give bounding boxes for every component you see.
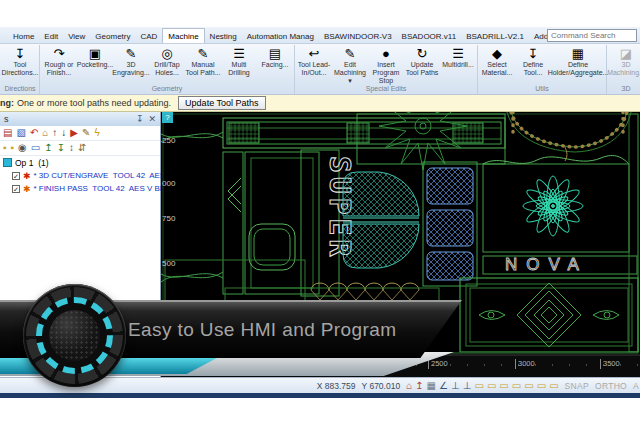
ribbon-button[interactable]: ● Insert Program Stop bbox=[368, 45, 404, 84]
status-toggle[interactable]: SNAP bbox=[565, 381, 589, 391]
status-icon[interactable]: ▭ bbox=[537, 380, 546, 392]
status-icon[interactable]: ▭ bbox=[524, 380, 533, 392]
ribbon-group-utils: ◆ Select Material... ↧ Define Tool... ▦ … bbox=[478, 45, 607, 94]
update-tool-paths-button[interactable]: Update Tool Paths bbox=[178, 96, 265, 110]
ribbon-button[interactable]: ↷ Rough or Finish... bbox=[41, 45, 77, 77]
tree-toolpath-item[interactable]: ✓ ✱ * 3D CUT/ENGRAVE TOOL 42 AES V BICAK bbox=[0, 169, 160, 182]
close-icon[interactable]: ✕ bbox=[148, 114, 156, 124]
toolpath-type-icon: ✱ bbox=[23, 184, 31, 194]
status-icon[interactable]: ∠ bbox=[439, 380, 448, 392]
ribbon-tab[interactable]: Geometry bbox=[90, 29, 135, 43]
ribbon-button[interactable]: ↻ Update Tool Paths bbox=[404, 45, 440, 77]
ribbon-button-label: 3D Machining... bbox=[607, 61, 640, 77]
ribbon-tab[interactable]: BSADRILL-V2.1 bbox=[461, 29, 529, 43]
ribbon-button[interactable]: ✎ Edit Machining ▾ bbox=[332, 45, 368, 84]
cursor-x-coordinate: X 883.759 bbox=[317, 381, 356, 391]
ribbon-tab[interactable]: View bbox=[63, 29, 90, 43]
status-icon[interactable]: ▭ bbox=[487, 380, 496, 392]
ribbon-button-icon: ☰ bbox=[452, 46, 464, 61]
ribbon-button[interactable]: ▣ Pocketing... bbox=[77, 45, 113, 69]
tree-toolbar-icon[interactable]: ▭ bbox=[31, 142, 40, 154]
tree-toolbar-icon[interactable]: ▪ bbox=[11, 142, 15, 154]
ribbon-button[interactable]: ◆ Select Material... bbox=[479, 45, 515, 77]
viewport-help-badge[interactable]: ? bbox=[162, 112, 173, 123]
tree-toolbar-icon[interactable]: ↑ bbox=[52, 127, 57, 139]
ribbon-button-label: Multidrill... bbox=[442, 61, 474, 69]
ribbon-button[interactable]: ☰ Multidrill... bbox=[440, 45, 476, 69]
status-icon[interactable]: ↥ bbox=[415, 380, 423, 392]
status-icon[interactable]: ⊥ bbox=[463, 380, 472, 392]
ribbon-button-icon: ▣ bbox=[89, 46, 101, 61]
ribbon-button-label: Tool Lead-In/Out... bbox=[296, 61, 332, 77]
screenshot-stage: Home Edit View Geometry CAD Machine Nest… bbox=[0, 0, 640, 427]
ribbon-button[interactable]: ↧ Define Tool... bbox=[515, 45, 551, 77]
toolpath-checkbox[interactable]: ✓ bbox=[12, 185, 20, 193]
tree-toolbar-icon[interactable]: ▧ bbox=[16, 127, 25, 139]
ribbon-button-icon: ◪ bbox=[620, 46, 632, 61]
ribbon-button-icon: ↻ bbox=[417, 46, 428, 61]
status-icon[interactable]: ▭ bbox=[549, 380, 558, 392]
tree-toolbar-icon[interactable]: ↧ bbox=[57, 142, 65, 154]
ribbon-tab[interactable]: Nesting bbox=[205, 29, 242, 43]
ribbon-button[interactable]: ▤ Facing... bbox=[257, 45, 293, 69]
ribbon-tab[interactable]: BSAWINDOOR-V3 bbox=[319, 29, 397, 43]
ribbon-tab[interactable]: CAD bbox=[135, 29, 162, 43]
ribbon-button-label: Manual Tool Path... bbox=[185, 61, 221, 77]
tree-toolbar-icon[interactable]: ▤ bbox=[3, 127, 12, 139]
command-search-input[interactable] bbox=[547, 29, 637, 42]
tree-toolbar-icon[interactable]: ▪ bbox=[3, 142, 7, 154]
ribbon-button[interactable]: ☰ Multi Drilling bbox=[221, 45, 257, 77]
ribbon-button-label: Select Material... bbox=[479, 61, 515, 77]
ribbon-button-label: Update Tool Paths bbox=[404, 61, 440, 77]
ruler-left-label: 750 bbox=[162, 214, 175, 223]
status-toggle[interactable]: A bbox=[633, 381, 639, 391]
tree-toolbar-icon[interactable]: ▶ bbox=[70, 127, 78, 139]
ribbon-tab[interactable]: Edit bbox=[39, 29, 63, 43]
tree-group-label: Op 1 (1) bbox=[15, 158, 49, 168]
ribbon-button[interactable]: ◪ 3D Machining... bbox=[608, 45, 640, 77]
status-icon[interactable]: ▦ bbox=[427, 380, 436, 392]
ribbon-button[interactable]: ↩ Tool Lead-In/Out... bbox=[296, 45, 332, 77]
speaker-mesh bbox=[49, 310, 100, 361]
tree-group-op1[interactable]: Op 1 (1) bbox=[0, 156, 160, 169]
ribbon-button[interactable]: ▦ Define Holder/Aggregate... bbox=[551, 45, 605, 77]
tree-toolbar-icon[interactable]: ✎ bbox=[82, 127, 90, 139]
tree-toolbar-icon[interactable]: ↓ bbox=[61, 127, 66, 139]
ribbon-button[interactable]: ✎ Manual Tool Path... bbox=[185, 45, 221, 77]
ribbon-tab[interactable]: BSADOOR.v11 bbox=[397, 29, 462, 43]
tree-toolbar-icon[interactable]: ↶ bbox=[30, 127, 38, 139]
status-icon[interactable]: ▭ bbox=[512, 380, 521, 392]
ribbon-button-label: Pocketing... bbox=[77, 61, 114, 69]
status-icon[interactable]: ▭ bbox=[474, 380, 483, 392]
status-icon[interactable]: ▭ bbox=[499, 380, 508, 392]
ribbon-button[interactable]: ✎ 3D Engraving... bbox=[113, 45, 149, 77]
ribbon-button[interactable]: ◎ Drill/Tap Holes... bbox=[149, 45, 185, 77]
tree-toolbar-icon[interactable]: ϟ bbox=[94, 127, 99, 139]
ribbon-tab[interactable]: Home bbox=[8, 29, 39, 43]
ribbon-button-label: Multi Drilling bbox=[221, 61, 257, 77]
ribbon-button[interactable]: ↧ Tool Directions... bbox=[2, 45, 38, 77]
ribbon-button-icon: ▤ bbox=[269, 46, 281, 61]
ribbon-group-title: 3D Machining bbox=[608, 84, 640, 94]
ribbon-button-label: Facing... bbox=[262, 61, 289, 69]
tree-toolpath-item[interactable]: ✓ ✱ * FINISH PASS TOOL 42 AES V BICAK bbox=[0, 182, 160, 195]
warning-text: One or more tool paths need updating. bbox=[17, 98, 171, 108]
status-icon[interactable]: ⊥ bbox=[451, 380, 460, 392]
tree-toolbar-icon[interactable]: ⇵ bbox=[78, 142, 86, 154]
ribbon-button-icon: ↩ bbox=[309, 46, 320, 61]
tree-toolbar-icon[interactable]: ↥ bbox=[44, 142, 52, 154]
tree-toolbar-icon[interactable]: ⌂ bbox=[42, 127, 48, 139]
tree-toolbar-icon[interactable]: ◉ bbox=[18, 142, 27, 154]
toolpath-warning-bar: ng: One or more tool paths need updating… bbox=[0, 95, 640, 112]
toolpath-checkbox[interactable]: ✓ bbox=[12, 172, 20, 180]
pin-icon[interactable]: ↧ bbox=[136, 114, 144, 124]
ribbon-group-3d-machining: ◪ 3D Machining... 3D Machining bbox=[607, 45, 640, 94]
ribbon-button-icon: ◎ bbox=[161, 46, 172, 61]
status-icon[interactable]: ⌂ bbox=[406, 380, 412, 392]
ruler-bottom-label: 2500 bbox=[428, 359, 448, 369]
ribbon-tab[interactable]: Automation Manag bbox=[242, 29, 319, 43]
ribbon-tab[interactable]: Machine bbox=[162, 28, 204, 43]
ribbon-group-geometry: ↷ Rough or Finish... ▣ Pocketing... ✎ 3D… bbox=[40, 45, 295, 94]
status-toggle[interactable]: ORTHO bbox=[595, 381, 627, 391]
tree-toolbar-icon[interactable]: ↕ bbox=[69, 142, 74, 154]
